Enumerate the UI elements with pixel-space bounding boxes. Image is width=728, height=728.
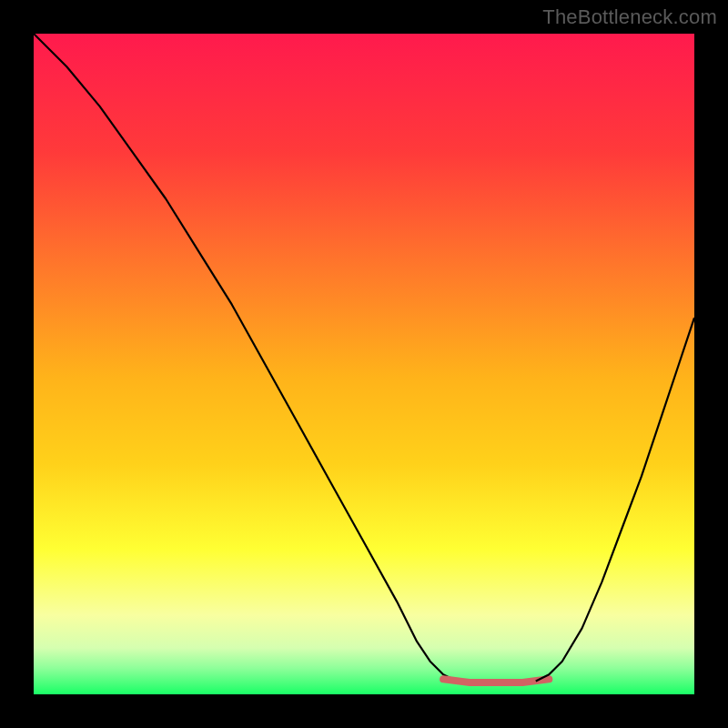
plot-area	[34, 34, 694, 694]
chart-svg	[34, 34, 694, 694]
watermark-text: TheBottleneck.com	[542, 5, 717, 29]
chart-frame: TheBottleneck.com	[0, 0, 728, 728]
series-flat-segment	[443, 679, 549, 682]
